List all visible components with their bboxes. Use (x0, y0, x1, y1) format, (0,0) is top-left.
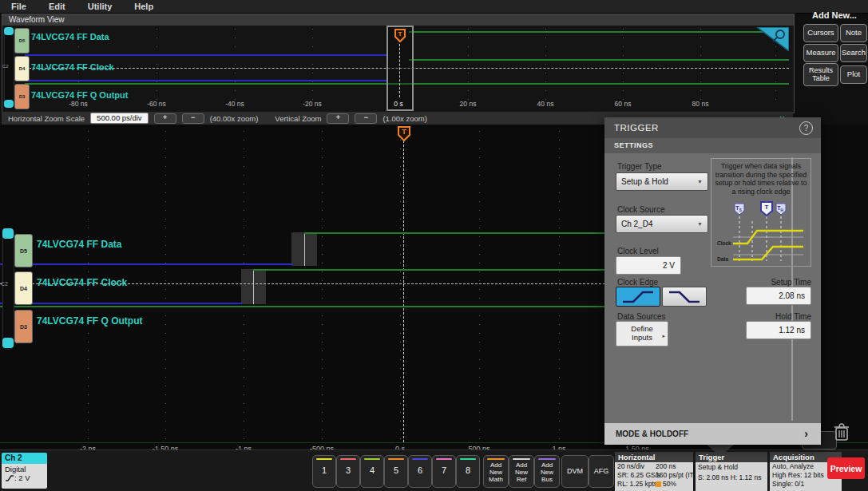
afg-button[interactable]: AFG (589, 455, 614, 488)
group-handle-bottom-cap[interactable] (4, 100, 14, 108)
group-handle-top-cap[interactable] (4, 27, 14, 35)
v-zoom-plus-button[interactable]: + (327, 113, 349, 124)
mode-holdoff-section[interactable]: MODE & HOLDOFF › (604, 423, 821, 445)
channel-2-badge[interactable]: Ch 2 Digital : 2 V (2, 453, 47, 489)
channel-1-button[interactable]: 1 (312, 455, 336, 488)
help-icon[interactable]: ? (799, 121, 813, 135)
plot-button[interactable]: Plot (840, 65, 867, 84)
h-zoom-minus-button[interactable]: − (182, 113, 204, 124)
acq-single: Single: 0/1 (772, 480, 804, 489)
add-new-math-button[interactable]: Add New Math (483, 455, 509, 488)
trigger-type-dropdown[interactable]: Setup & Hold ▼ (616, 172, 708, 191)
math-color-stripe (487, 458, 505, 460)
channel-label-clock[interactable]: 74LVCG74 FF Clock (37, 277, 127, 288)
zoom-window[interactable]: T 0 s (386, 26, 414, 111)
preview-button[interactable]: Preview (827, 457, 865, 479)
channel-color-stripe (412, 458, 428, 460)
h-zoom-plus-button[interactable]: + (154, 113, 176, 124)
zoom-overview-corner-icon[interactable] (757, 27, 789, 51)
channel-8-button[interactable]: 8 (456, 455, 480, 488)
tab-settings[interactable]: SETTINGS (604, 138, 821, 153)
channel-label-data[interactable]: 74LVCG74 FF Data (31, 32, 109, 42)
channel-label-qoutput[interactable]: 74LVCG74 FF Q Output (37, 315, 142, 327)
channel-number: 6 (409, 465, 431, 475)
h-zoom-scale-input[interactable]: 500.00 ps/div (90, 113, 149, 124)
add-new-bus-button[interactable]: Add New Bus (534, 455, 560, 488)
search-button[interactable]: Search (840, 44, 867, 62)
cursors-button[interactable]: Cursors (803, 24, 838, 42)
overview-graticule[interactable]: -80 ns -60 ns -40 ns -20 ns 20 ns 40 ns … (2, 26, 792, 111)
channel-6-button[interactable]: 6 (408, 455, 432, 488)
data-low-trace (25, 54, 386, 56)
gridline (322, 131, 323, 442)
gridline (235, 29, 236, 102)
chevron-down-icon: ▼ (697, 221, 703, 227)
measure-button[interactable]: Measure (803, 44, 838, 62)
trigger-type-label: Trigger Type (617, 162, 662, 171)
group-handle-bottom-cap[interactable] (2, 338, 14, 348)
channel-number: 3 (337, 465, 359, 475)
channel-group-handle[interactable] (2, 228, 14, 350)
h-zoom-readout: (40.00x zoom) (210, 114, 259, 123)
acq-mode: Auto, Analyze (772, 462, 814, 471)
h-record-length: RL: 1.25 kpts (617, 480, 656, 489)
add-new-ref-button[interactable]: Add New Ref (509, 455, 534, 488)
dvm-button[interactable]: DVM (561, 455, 589, 488)
channel-label-qoutput[interactable]: 74LVCG74 FF Q Output (31, 90, 128, 100)
channel-3-button[interactable]: 3 (336, 455, 360, 488)
channel-badge-d4[interactable]: D4 (14, 56, 30, 81)
note-button[interactable]: Note (840, 24, 867, 42)
axis-tick: 60 ns (600, 100, 645, 108)
clock-low-trace (0, 303, 242, 304)
falling-edge-button[interactable] (662, 287, 707, 307)
channel-badge-d3[interactable]: D3 (14, 310, 33, 343)
trigger-description-text: Trigger when data signals transition dur… (715, 162, 807, 196)
clock-level-field[interactable]: 2 V (616, 256, 681, 275)
define-inputs-label: Define Inputs (631, 325, 652, 343)
hold-time-field[interactable]: 1.12 ns (746, 321, 811, 339)
channel-7-button[interactable]: 7 (432, 455, 456, 488)
badge-id: D4 (20, 286, 27, 291)
clock-source-dropdown[interactable]: Ch 2_D4 ▼ (616, 215, 708, 233)
menu-edit[interactable]: Edit (38, 2, 77, 11)
gridline (545, 29, 546, 102)
data-low-trace (0, 263, 292, 265)
rising-edge-button[interactable] (616, 287, 660, 307)
v-zoom-label: Vertical Zoom (275, 114, 321, 123)
trigger-marker-icon[interactable]: T (397, 125, 411, 142)
trigger-times: S: 2.08 ns H: 1.12 ns (698, 473, 761, 483)
channel-4-button[interactable]: 4 (360, 455, 384, 488)
horizontal-badge-header: Horizontal (615, 452, 693, 462)
channel-color-stripe (316, 458, 332, 460)
clock-low-trace (25, 80, 386, 81)
channel-badge-d4[interactable]: D4 (14, 271, 33, 305)
define-inputs-button[interactable]: Define Inputs ▸ (616, 321, 668, 346)
channel-kind: Digital (5, 465, 44, 473)
gridline (479, 131, 480, 442)
gridline (623, 29, 624, 102)
setup-time-field[interactable]: 2.08 ns (746, 287, 811, 305)
gridline (559, 131, 560, 442)
channel-badge-d5[interactable]: D5 (14, 234, 33, 267)
channel-badge-d3[interactable]: D3 (14, 84, 30, 109)
chevron-right-icon: › (804, 423, 808, 445)
menu-utility[interactable]: Utility (77, 2, 124, 11)
horizontal-badge[interactable]: Horizontal 20 ns/div200 ns SR: 6.25 GS/s… (615, 452, 693, 491)
results-table-button[interactable]: Results Table (803, 63, 838, 86)
trash-icon[interactable] (832, 422, 851, 443)
group-handle-top-cap[interactable] (2, 228, 14, 239)
menu-file[interactable]: File (0, 2, 38, 11)
channel-label-clock[interactable]: 74LVCG74 FF Clock (31, 62, 114, 72)
v-zoom-minus-button[interactable]: − (355, 113, 377, 124)
waveform-view-title: Waveform View (2, 14, 794, 26)
channel-label-data[interactable]: 74LVCG74 FF Data (37, 239, 121, 250)
trigger-marker-icon[interactable]: T (394, 28, 406, 43)
channel-5-button[interactable]: 5 (384, 455, 408, 488)
add-ref-label: Add New Ref (509, 461, 533, 484)
axis-tick: 20 ns (446, 100, 490, 108)
trigger-badge[interactable]: Trigger Setup & Hold S: 2.08 ns H: 1.12 … (696, 452, 767, 491)
gridline (700, 29, 701, 102)
channel-badge-d5[interactable]: D5 (14, 28, 30, 53)
menu-help[interactable]: Help (123, 2, 164, 11)
channel-color-stripe (436, 458, 452, 460)
